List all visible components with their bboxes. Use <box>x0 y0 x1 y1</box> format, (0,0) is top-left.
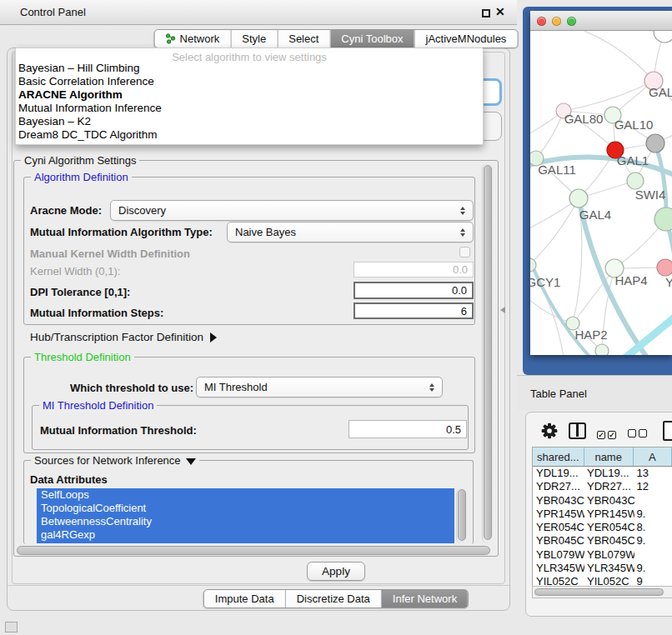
table-cell: YDL19... <box>533 467 584 480</box>
aracne-mode-value: Discovery <box>111 204 456 217</box>
node-table: shared...nameA YDL19...YDL19...13YDR27..… <box>532 447 672 598</box>
algorithm-definition-title: Algorithm Definition <box>31 171 132 183</box>
table-horizontal-scrollbar[interactable] <box>532 586 672 598</box>
tab-label: Cyni Toolbox <box>341 32 403 45</box>
tab-jactivemnodules[interactable]: jActiveMNodules <box>414 30 518 48</box>
network-node-swi4[interactable] <box>627 172 644 189</box>
table-cell: 9 <box>634 575 672 587</box>
settings-vertical-scrollbar[interactable] <box>482 163 493 543</box>
column-header[interactable]: A <box>634 448 672 466</box>
network-node-botn[interactable] <box>595 344 609 355</box>
table-row[interactable]: YDR27...YDR27...12 <box>533 480 672 493</box>
table-row[interactable]: YPR145WYPR145W9. <box>533 508 672 521</box>
gear-icon[interactable] <box>540 422 559 443</box>
corner-widget-icon[interactable] <box>5 622 18 632</box>
network-node-y[interactable] <box>657 259 672 276</box>
aracne-mode-combo[interactable]: Discovery <box>110 200 474 221</box>
zoom-traffic-light[interactable] <box>567 17 576 26</box>
attributes-scrollbar[interactable] <box>456 488 467 543</box>
tab-select[interactable]: Select <box>277 30 329 48</box>
mi-threshold-group-title: MI Threshold Definition <box>39 399 157 412</box>
column-header[interactable]: name <box>584 448 634 466</box>
table-row[interactable]: YLR345WYLR345W9. <box>533 562 672 575</box>
combo-arrows-icon <box>456 207 469 215</box>
algorithm-option[interactable]: Basic Correlation Inference <box>16 75 483 88</box>
apply-button[interactable]: Apply <box>307 562 365 581</box>
kernel-width-field[interactable]: 0.0 <box>354 262 474 278</box>
network-node-bigr[interactable] <box>654 208 672 231</box>
column-header[interactable]: shared... <box>533 448 584 466</box>
algorithm-option[interactable]: Mutual Information Inference <box>16 102 483 115</box>
table-cell: 9. <box>634 508 672 521</box>
attribute-item[interactable]: SelfLoops <box>37 488 454 502</box>
tab-network[interactable]: Network <box>155 30 231 48</box>
table-cell: YBL079W <box>533 548 584 562</box>
minimize-traffic-light[interactable] <box>552 17 561 26</box>
new-table-icon[interactable] <box>663 421 672 441</box>
network-canvas[interactable]: GALGAL80GAL10GAL1GAL11SWI4GAL4GCY1HAP4YH… <box>530 31 672 355</box>
tab-label: Discretize Data <box>297 592 370 605</box>
close-icon[interactable]: ✕ <box>495 5 505 18</box>
algorithm-option[interactable]: Bayesian – Hill Climbing <box>16 62 483 75</box>
panel-divider <box>8 585 509 586</box>
table-row[interactable]: YER054CYER054C8. <box>533 521 672 534</box>
select-all-columns-icon[interactable]: ✓✓ <box>597 426 619 441</box>
sources-toggle[interactable]: Sources for Network Inference <box>31 454 199 467</box>
table-row[interactable]: YDL19...YDL19...13 <box>533 467 672 480</box>
attribute-item[interactable]: gal4RGexp <box>37 528 454 542</box>
splitter-collapse-arrow[interactable] <box>500 307 505 313</box>
table-row[interactable]: YIL052CYIL052C9 <box>533 575 672 587</box>
algorithm-option[interactable]: ARACNE Algorithm <box>16 88 483 102</box>
network-node-topn[interactable] <box>654 31 672 42</box>
algorithm-option[interactable]: Bayesian – K2 <box>16 115 483 128</box>
tab-discretize-data[interactable]: Discretize Data <box>285 590 381 608</box>
cyni-mode-tabs: Impute DataDiscretize DataInfer Network <box>203 589 469 608</box>
algorithm-dropdown-placeholder: Select algorithm to view settings <box>16 48 483 62</box>
attribute-item[interactable]: TopologicalCoefficient <box>37 502 454 515</box>
table-row[interactable]: YBL079WYBL079W <box>533 548 672 562</box>
table-row[interactable]: YBR045CYBR045C9. <box>533 534 672 548</box>
which-threshold-label: Which threshold to use: <box>70 382 193 394</box>
algorithm-dropdown-popup: Select algorithm to view settings Bayesi… <box>15 48 484 145</box>
network-edge[interactable] <box>564 81 654 111</box>
table-row[interactable]: YBR043CYBR043C <box>533 494 672 508</box>
attribute-item[interactable]: BetweennessCentrality <box>37 515 454 528</box>
dpi-tolerance-field[interactable]: 0.0 <box>354 282 474 299</box>
settings-horizontal-scrollbar[interactable] <box>17 546 490 555</box>
dpi-tolerance-label: DPI Tolerance [0,1]: <box>30 286 130 298</box>
tab-cyni-toolbox[interactable]: Cyni Toolbox <box>329 30 414 48</box>
which-threshold-combo[interactable]: MI Threshold <box>196 377 443 398</box>
hub-definition-toggle[interactable]: Hub/Transcription Factor Definition <box>30 331 217 343</box>
table-cell: YPR145W <box>584 508 634 521</box>
mi-threshold-field[interactable]: 0.5 <box>349 420 467 438</box>
tab-style[interactable]: Style <box>230 30 277 48</box>
control-panel-tabs: NetworkStyleSelectCyni ToolboxjActiveMNo… <box>154 29 519 48</box>
network-node-label: GCY1 <box>530 275 560 289</box>
data-attributes-list: SelfLoopsTopologicalCoefficientBetweenne… <box>37 488 454 543</box>
table-cell: 8. <box>634 521 672 534</box>
network-node-label: SWI4 <box>635 188 666 202</box>
show-columns-icon[interactable] <box>569 422 586 439</box>
unselect-all-columns-icon[interactable] <box>628 426 649 441</box>
network-edge[interactable] <box>530 198 579 265</box>
network-icon <box>166 33 176 44</box>
tab-infer-network[interactable]: Infer Network <box>381 590 468 608</box>
table-cell: YBL079W <box>584 548 634 562</box>
network-edge[interactable] <box>536 111 564 158</box>
close-traffic-light[interactable] <box>537 17 546 26</box>
float-window-icon[interactable] <box>482 9 490 18</box>
network-node-gal4[interactable] <box>569 189 588 208</box>
mi-algorithm-type-combo[interactable]: Naive Bayes <box>227 222 474 242</box>
network-node-grayn[interactable] <box>646 134 664 152</box>
table-cell <box>634 494 672 508</box>
combo-arrows-icon <box>425 383 438 392</box>
manual-kernel-width-checkbox[interactable] <box>459 247 470 258</box>
tab-label: Impute Data <box>215 592 274 605</box>
table-cell: YIL052C <box>584 575 634 587</box>
tab-impute-data[interactable]: Impute Data <box>204 590 285 608</box>
network-edge[interactable] <box>554 31 654 81</box>
mi-steps-field[interactable]: 6 <box>354 302 474 319</box>
table-cell: YIL052C <box>533 575 584 587</box>
mi-steps-label: Mutual Information Steps: <box>30 307 163 319</box>
algorithm-option[interactable]: Dream8 DC_TDC Algorithm <box>16 128 483 142</box>
